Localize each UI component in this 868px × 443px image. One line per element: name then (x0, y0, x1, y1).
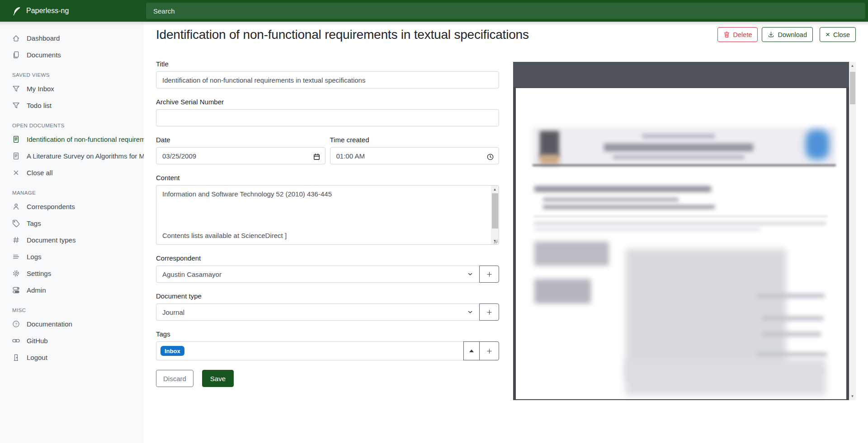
time-group: Time created (330, 136, 500, 164)
app-brand[interactable]: Paperless-ng (0, 0, 144, 22)
scroll-down-arrow[interactable]: ▼ (849, 393, 856, 400)
content-label: Content (156, 174, 499, 182)
tag-badge-inbox[interactable]: Inbox (160, 346, 184, 356)
pdf-page-preview (516, 88, 846, 399)
document-actions: Delete Download × Close (717, 27, 856, 42)
pdf-preview-pane[interactable] (513, 62, 849, 400)
sidebar-item-github[interactable]: GitHub (0, 332, 144, 349)
delete-button[interactable]: Delete (717, 27, 758, 42)
date-input[interactable] (156, 147, 326, 164)
sidebar-item-open-doc-2[interactable]: A Literature Survey on Algorithms for Mu… (0, 148, 144, 164)
close-button[interactable]: × Close (820, 27, 856, 42)
hash-icon (12, 236, 20, 244)
content-line: Contents lists available at ScienceDirec… (162, 231, 485, 241)
asn-label: Archive Serial Number (156, 98, 499, 106)
time-input[interactable] (330, 147, 500, 164)
sidebar: Dashboard Documents SAVED VIEWS My Inbox… (0, 22, 144, 443)
add-document-type-button[interactable] (479, 303, 499, 321)
content-line: Information and Software Technology 52 (… (162, 189, 485, 199)
title-input[interactable] (156, 71, 499, 89)
date-group: Date (156, 136, 326, 164)
calendar-icon[interactable] (313, 153, 321, 161)
trash-icon (723, 31, 730, 38)
title-group: Title (156, 60, 499, 89)
feather-logo-icon (12, 6, 21, 16)
sidebar-item-my-inbox[interactable]: My Inbox (0, 80, 144, 97)
sidebar-item-label: Settings (27, 270, 51, 277)
sidebar-item-correspondents[interactable]: Correspondents (0, 198, 144, 215)
discard-button[interactable]: Discard (156, 370, 193, 387)
resize-grip[interactable] (494, 239, 498, 243)
scroll-up-arrow[interactable]: ▲ (491, 186, 499, 193)
svg-text:?: ? (15, 322, 17, 326)
person-icon (12, 203, 20, 210)
correspondent-select[interactable]: Agustin Casamayor (156, 266, 480, 283)
correspondent-label: Correspondent (156, 254, 499, 262)
sidebar-item-label: Logs (27, 253, 42, 261)
document-type-group: Document type Journal (156, 292, 499, 321)
asn-input[interactable] (156, 109, 499, 126)
sidebar-item-label: Documents (27, 51, 61, 59)
sidebar-item-logs[interactable]: Logs (0, 248, 144, 265)
form-actions: Discard Save (156, 370, 499, 387)
sidebar-item-open-doc-1[interactable]: Identification of non-functional require… (0, 131, 144, 148)
sidebar-item-label: Tags (27, 219, 41, 227)
content-textarea[interactable]: Information and Software Technology 52 (… (156, 185, 499, 245)
asn-group: Archive Serial Number (156, 98, 499, 126)
caret-up-icon (469, 350, 474, 352)
scrollbar-thumb[interactable] (850, 72, 855, 104)
sidebar-item-label: My Inbox (27, 85, 54, 93)
download-button[interactable]: Download (762, 27, 813, 42)
sidebar-item-logout[interactable]: Logout (0, 349, 144, 366)
tag-icon (12, 219, 20, 227)
sidebar-item-settings[interactable]: Settings (0, 265, 144, 282)
add-correspondent-button[interactable] (479, 266, 499, 283)
file-text-icon (12, 152, 20, 160)
page-title: Identification of non-functional require… (156, 28, 529, 42)
toggles-icon (12, 286, 20, 294)
scrollbar-thumb[interactable] (492, 193, 498, 228)
content-scrollbar[interactable]: ▲ ▼ (491, 186, 499, 244)
filter-icon (12, 102, 20, 109)
sidebar-item-document-types[interactable]: Document types (0, 232, 144, 248)
correspondent-value: Agustin Casamayor (162, 270, 222, 278)
link-icon (12, 337, 20, 345)
delete-button-label: Delete (733, 31, 752, 38)
correspondent-group: Correspondent Agustin Casamayor (156, 254, 499, 283)
download-button-label: Download (778, 31, 807, 38)
topbar: Paperless-ng (0, 0, 868, 22)
chevron-down-icon (467, 271, 473, 277)
search-input[interactable] (146, 3, 865, 19)
sidebar-item-documents[interactable]: Documents (0, 47, 144, 63)
tags-label: Tags (156, 330, 499, 338)
sidebar-item-label: Documentation (27, 320, 72, 328)
sidebar-item-label: Close all (27, 169, 53, 177)
close-x-icon: × (826, 31, 830, 38)
app-title: Paperless-ng (26, 7, 69, 15)
sidebar-item-dashboard[interactable]: Dashboard (0, 30, 144, 47)
question-circle-icon: ? (12, 320, 20, 328)
tags-input[interactable]: Inbox (156, 341, 464, 360)
sidebar-item-label: Admin (27, 286, 46, 294)
sidebar-section-saved-views: SAVED VIEWS (12, 72, 144, 78)
sidebar-item-tags[interactable]: Tags (0, 215, 144, 232)
sidebar-item-documentation[interactable]: ? Documentation (0, 316, 144, 332)
sidebar-item-admin[interactable]: Admin (0, 282, 144, 298)
download-icon (768, 31, 774, 38)
document-header: Identification of non-functional require… (156, 27, 856, 42)
pdf-viewer-toolbar[interactable] (513, 62, 849, 88)
sidebar-item-close-all[interactable]: Close all (0, 164, 144, 181)
sidebar-item-label: Document types (27, 236, 75, 244)
clock-icon[interactable] (486, 153, 494, 161)
list-lines-icon (12, 253, 20, 261)
pdf-scrollbar[interactable]: ▲ ▼ (849, 62, 856, 400)
document-type-select[interactable]: Journal (156, 303, 480, 321)
tags-collapse-button[interactable] (463, 341, 480, 360)
save-button[interactable]: Save (202, 370, 234, 387)
sidebar-item-label: Identification of non-functional require… (27, 135, 144, 143)
sidebar-item-todo-list[interactable]: Todo list (0, 97, 144, 114)
scroll-up-arrow[interactable]: ▲ (849, 62, 856, 69)
date-time-row: Date Time created (156, 136, 499, 164)
add-tag-button[interactable] (479, 341, 499, 360)
sidebar-item-label: A Literature Survey on Algorithms for Mu… (27, 152, 144, 160)
